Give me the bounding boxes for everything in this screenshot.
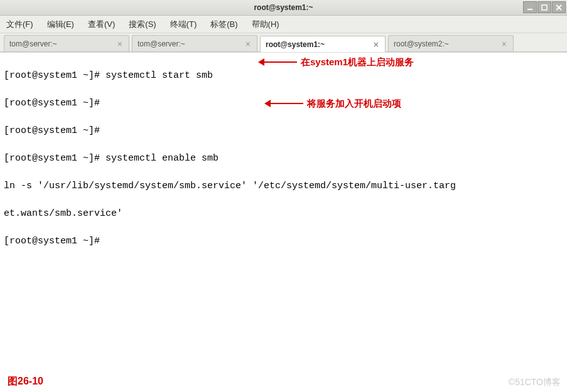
close-icon[interactable]: × <box>244 39 252 49</box>
titlebar: root@system1:~ <box>0 0 567 16</box>
terminal-line: [root@system1 ~]# systemctl enable smb <box>4 152 563 166</box>
menu-edit[interactable]: 编辑(E) <box>45 18 77 31</box>
menu-view[interactable]: 查看(V) <box>85 18 117 31</box>
svg-rect-0 <box>527 9 532 10</box>
tab-label: root@system1:~ <box>266 40 325 49</box>
terminal-line: ln -s '/usr/lib/systemd/system/smb.servi… <box>4 179 563 193</box>
minimize-button[interactable] <box>523 1 537 13</box>
tab-label: root@system2:~ <box>394 40 449 48</box>
close-button[interactable] <box>552 1 566 13</box>
tab-label: tom@server:~ <box>9 40 57 48</box>
maximize-button[interactable] <box>537 1 551 13</box>
figure-label: 图26-10 <box>8 375 43 388</box>
annotation-start-service: 在system1机器上启动服务 <box>261 55 414 69</box>
tab-0[interactable]: tom@server:~ × <box>4 35 129 51</box>
window-title: root@system1:~ <box>254 3 313 12</box>
terminal[interactable]: [root@system1 ~]# systemctl start smb [r… <box>0 52 567 373</box>
menu-file[interactable]: 文件(F) <box>4 18 36 31</box>
terminal-line: [root@system1 ~]# <box>4 235 563 248</box>
window-controls <box>522 1 566 13</box>
annotation-text: 将服务加入开机启动项 <box>307 97 401 110</box>
tab-1[interactable]: tom@server:~ × <box>132 35 257 51</box>
tab-3[interactable]: root@system2:~ × <box>388 35 514 51</box>
terminal-line: [root@system1 ~]# systemctl start smb <box>4 69 563 83</box>
close-icon[interactable]: × <box>116 39 124 49</box>
menu-terminal[interactable]: 终端(T) <box>168 18 200 31</box>
annotation-text: 在system1机器上启动服务 <box>301 55 414 69</box>
menu-help[interactable]: 帮助(H) <box>249 18 282 31</box>
arrow-left-icon <box>261 61 297 63</box>
terminal-line: [root@system1 ~]# <box>4 124 563 138</box>
close-icon[interactable]: × <box>372 40 380 50</box>
menu-search[interactable]: 搜索(S) <box>126 18 158 31</box>
annotation-enable-service: 将服务加入开机启动项 <box>267 97 401 110</box>
arrow-left-icon <box>267 103 303 104</box>
tabbar: tom@server:~ × tom@server:~ × root@syste… <box>0 33 567 52</box>
terminal-line: et.wants/smb.service' <box>4 207 563 221</box>
tab-label: tom@server:~ <box>138 40 185 48</box>
tab-2[interactable]: root@system1:~ × <box>260 36 386 52</box>
svg-rect-1 <box>542 5 547 10</box>
watermark: ©51CTO博客 <box>509 377 561 388</box>
menubar: 文件(F) 编辑(E) 查看(V) 搜索(S) 终端(T) 标签(B) 帮助(H… <box>0 16 567 33</box>
menu-tabs[interactable]: 标签(B) <box>208 18 240 31</box>
close-icon[interactable]: × <box>500 39 508 49</box>
